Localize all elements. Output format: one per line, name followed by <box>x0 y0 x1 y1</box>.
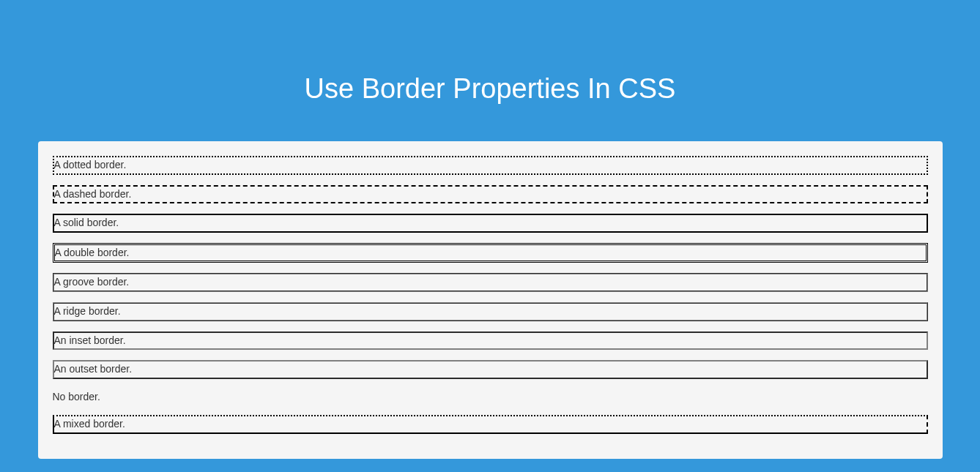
groove-border-example: A groove border. <box>53 273 928 292</box>
ridge-border-example: A ridge border. <box>53 302 928 321</box>
double-border-example: A double border. <box>53 243 928 263</box>
solid-border-example: A solid border. <box>53 214 928 233</box>
mixed-border-example: A mixed border. <box>53 415 928 434</box>
dotted-border-example: A dotted border. <box>53 156 928 175</box>
border-examples-panel: A dotted border. A dashed border. A soli… <box>38 141 943 459</box>
none-border-example: No border. <box>53 389 928 405</box>
page-title: Use Border Properties In CSS <box>305 73 676 105</box>
inset-border-example: An inset border. <box>53 331 928 351</box>
outset-border-example: An outset border. <box>53 360 928 379</box>
dashed-border-example: A dashed border. <box>53 185 928 204</box>
